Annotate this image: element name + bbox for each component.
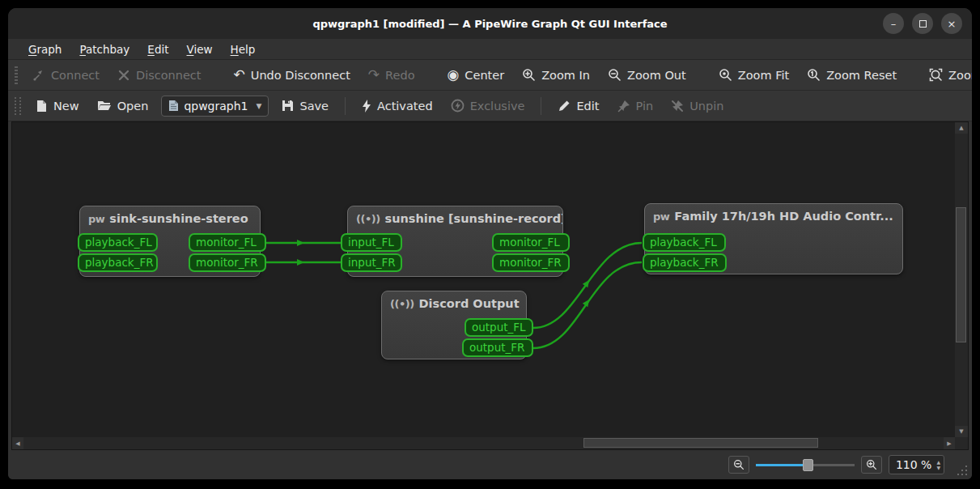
graph-toolbar: Connect Disconnect ↶ Undo Disconnect ↷ R… <box>8 60 972 91</box>
zoom-fit-icon <box>719 68 732 82</box>
node-title: Discord Output <box>419 297 520 310</box>
statusbar-zoom-out-button[interactable] <box>728 456 749 474</box>
pin-icon <box>617 100 630 113</box>
port-output-fr[interactable]: output_FR <box>462 338 533 357</box>
node-title: sunshine [sunshine-record] <box>385 212 562 225</box>
unpin-icon <box>671 100 684 113</box>
connect-button[interactable]: Connect <box>24 65 108 86</box>
zoom-reset-button[interactable]: Zoom Reset <box>799 64 905 86</box>
save-icon <box>282 100 294 112</box>
horizontal-scroll-thumb[interactable] <box>583 438 818 448</box>
zoom-out-icon <box>733 459 745 470</box>
unpin-button[interactable]: Unpin <box>663 96 732 117</box>
toolbar-separator <box>541 97 541 115</box>
port-input-fl[interactable]: input_FL <box>341 233 402 252</box>
open-folder-icon <box>97 100 112 112</box>
edge-arrow-icon <box>297 240 304 246</box>
spin-down-icon[interactable]: ▼ <box>936 466 940 470</box>
port-playback-fr[interactable]: playback_FR <box>643 253 727 272</box>
stream-icon: ((•)) <box>356 213 380 225</box>
scroll-left-arrow[interactable]: ◀ <box>12 437 23 449</box>
open-button[interactable]: Open <box>89 96 157 117</box>
pipewire-icon: pw <box>653 210 669 223</box>
toolbar-drag-handle[interactable] <box>15 66 18 84</box>
slider-fill <box>756 464 808 466</box>
resize-grip[interactable] <box>956 464 967 475</box>
connect-icon <box>32 69 45 82</box>
port-playback-fl[interactable]: playback_FL <box>78 233 158 252</box>
port-playback-fr[interactable]: playback_FR <box>78 253 158 272</box>
edge-arrow-icon <box>297 259 304 266</box>
zoom-range-icon <box>929 68 943 82</box>
port-monitor-fl[interactable]: monitor_FL <box>492 233 570 252</box>
center-button[interactable]: ◉ Center <box>439 64 513 86</box>
stream-icon: ((•)) <box>390 298 414 310</box>
exclusive-icon <box>451 99 465 113</box>
new-file-icon <box>36 100 48 113</box>
menu-graph[interactable]: Graph <box>21 40 69 58</box>
spin-up-icon[interactable]: ▲ <box>936 460 940 465</box>
zoom-percent-spinbox[interactable]: 110 % ▲▼ <box>889 455 944 474</box>
port-monitor-fl[interactable]: monitor_FL <box>189 233 266 252</box>
zoom-in-icon <box>866 459 877 470</box>
minimize-button[interactable]: – <box>883 13 904 34</box>
zoom-range-button[interactable]: Zoom Range <box>921 64 972 86</box>
redo-button[interactable]: ↷ Redo <box>360 64 423 86</box>
statusbar: 110 % ▲▼ <box>8 450 972 479</box>
scrollbar-corner <box>955 437 968 449</box>
maximize-button[interactable] <box>912 13 933 34</box>
save-button[interactable]: Save <box>274 96 337 117</box>
toolbar-drag-handle[interactable] <box>15 97 21 115</box>
port-output-fl[interactable]: output_FL <box>465 318 533 337</box>
patchbay-select[interactable]: qpwgraph1 ▼ <box>161 96 269 117</box>
exclusive-button[interactable]: Exclusive <box>443 95 533 117</box>
graph-view[interactable]: pwsink-sunshine-stereo playback_FL playb… <box>12 122 955 437</box>
undo-icon: ↶ <box>234 68 245 82</box>
statusbar-zoom-in-button[interactable] <box>861 456 882 474</box>
toolbar-separator <box>345 97 346 115</box>
qpwgraph-window: qpwgraph1 [modified] — A PipeWire Graph … <box>8 8 972 479</box>
vertical-scroll-thumb[interactable] <box>956 207 966 342</box>
zoom-percent-value: 110 % <box>896 458 931 471</box>
scroll-right-arrow[interactable]: ▶ <box>944 437 955 449</box>
zoom-out-icon <box>608 68 622 82</box>
patchbay-select-value: qpwgraph1 <box>184 100 248 113</box>
menu-view[interactable]: View <box>180 40 220 58</box>
disconnect-button[interactable]: Disconnect <box>109 65 210 86</box>
scroll-up-arrow[interactable]: ▲ <box>955 122 968 134</box>
close-icon: × <box>948 19 957 29</box>
connection-edges <box>12 122 955 437</box>
port-playback-fl[interactable]: playback_FL <box>643 233 726 252</box>
edge-arrow-icon <box>583 297 592 307</box>
scroll-down-arrow[interactable]: ▼ <box>955 426 968 437</box>
zoom-fit-button[interactable]: Zoom Fit <box>711 64 797 86</box>
titlebar[interactable]: qpwgraph1 [modified] — A PipeWire Graph … <box>8 8 972 39</box>
pin-button[interactable]: Pin <box>609 96 662 117</box>
minimize-icon: – <box>891 19 897 29</box>
menubar: Graph Patchbay Edit View Help <box>8 39 972 60</box>
node-title: sink-sunshine-stereo <box>109 212 248 225</box>
maximize-icon <box>919 20 927 28</box>
edit-button[interactable]: Edit <box>549 96 607 117</box>
activated-button[interactable]: Activated <box>354 96 441 117</box>
horizontal-scrollbar[interactable]: ◀ ▶ <box>12 437 955 449</box>
zoom-slider[interactable] <box>756 456 855 474</box>
port-monitor-fr[interactable]: monitor_FR <box>492 253 570 272</box>
menu-help[interactable]: Help <box>223 40 263 58</box>
disconnect-icon <box>117 69 130 82</box>
center-icon: ◉ <box>448 68 460 82</box>
vertical-scrollbar[interactable]: ▲ ▼ <box>955 122 968 437</box>
zoom-in-button[interactable]: Zoom In <box>514 64 598 86</box>
close-button[interactable]: × <box>941 13 962 34</box>
menu-edit[interactable]: Edit <box>140 40 176 58</box>
port-input-fr[interactable]: input_FR <box>341 253 402 272</box>
window-title: qpwgraph1 [modified] — A PipeWire Graph … <box>312 18 667 30</box>
new-button[interactable]: New <box>28 96 87 117</box>
slider-handle[interactable] <box>803 459 813 471</box>
chevron-down-icon: ▼ <box>257 102 262 110</box>
zoom-out-button[interactable]: Zoom Out <box>600 64 694 86</box>
menu-patchbay[interactable]: Patchbay <box>72 40 137 58</box>
graph-canvas[interactable]: pwsink-sunshine-stereo playback_FL playb… <box>11 121 969 450</box>
port-monitor-fr[interactable]: monitor_FR <box>189 253 266 272</box>
undo-disconnect-button[interactable]: ↶ Undo Disconnect <box>226 64 358 86</box>
